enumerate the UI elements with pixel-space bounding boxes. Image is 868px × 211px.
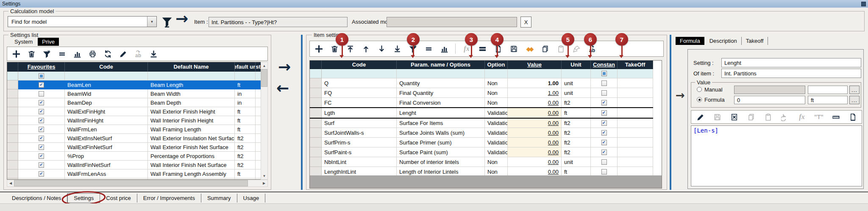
favourite-checkbox[interactable] bbox=[39, 100, 44, 106]
constant-checkbox-cell[interactable] bbox=[591, 118, 618, 128]
transfer-right-arrow-icon[interactable]: → bbox=[278, 59, 291, 75]
item-field[interactable]: Int. Partitions - - Type?|Ht? bbox=[209, 17, 348, 27]
filter-cell[interactable] bbox=[618, 69, 653, 78]
model-search-combo[interactable]: Find for model ▼ bbox=[8, 16, 157, 27]
filter-cell[interactable] bbox=[397, 69, 485, 78]
constant-checkbox[interactable] bbox=[601, 81, 607, 86]
settings-row-BeamLen[interactable]: BeamLenBeam Lengthft bbox=[7, 81, 261, 89]
settings-row-WallFrmLen[interactable]: WallFrmLenWall Framing Lengthft bbox=[7, 125, 261, 134]
item-setting-row-SurfPaint-s[interactable]: SurfPaint-sSurface Paint (sum)Validatio0… bbox=[310, 147, 653, 157]
formula-unit-field[interactable]: ft bbox=[808, 96, 848, 104]
setting-field[interactable]: Lenght bbox=[721, 58, 861, 67]
manual-value-field[interactable] bbox=[734, 86, 805, 94]
favourite-checkbox[interactable] bbox=[39, 153, 44, 159]
thick-equals-icon[interactable] bbox=[478, 44, 487, 53]
add-icon[interactable] bbox=[314, 44, 323, 53]
constant-checkbox[interactable] bbox=[601, 150, 607, 155]
constant-checkbox[interactable] bbox=[601, 159, 607, 165]
settings-row-WallExtFinHght[interactable]: WallExtFinHghtWall Exterior Finish Heigh… bbox=[7, 107, 261, 116]
clear-associated-model-button[interactable]: X bbox=[520, 17, 531, 28]
favourites-filter-checkbox-cell[interactable] bbox=[18, 72, 65, 81]
hscroll-thumb[interactable] bbox=[14, 180, 248, 186]
edit-icon[interactable] bbox=[696, 112, 705, 122]
link-diamonds-icon[interactable]: ◆◆ bbox=[525, 44, 534, 53]
formula-editor[interactable]: [Len-s] bbox=[691, 125, 862, 186]
item-setting-row-Lgth[interactable]: LgthLenghtValidatio0.00ft bbox=[310, 107, 653, 119]
export-down-icon[interactable] bbox=[149, 49, 158, 58]
column-header-Value[interactable]: Value bbox=[508, 61, 562, 69]
fx-icon[interactable]: fx bbox=[797, 112, 807, 122]
equals-icon[interactable] bbox=[57, 49, 67, 58]
column-header-Unit[interactable]: Unit bbox=[562, 61, 591, 69]
save-icon[interactable] bbox=[712, 112, 722, 122]
column-header-Code[interactable]: Code bbox=[322, 61, 397, 69]
print-icon[interactable] bbox=[88, 49, 97, 58]
favourite-checkbox[interactable] bbox=[39, 162, 44, 168]
favourite-checkbox[interactable] bbox=[39, 82, 44, 88]
associated-model-field[interactable] bbox=[387, 17, 517, 27]
scroll-left-icon[interactable]: ◀ bbox=[7, 180, 14, 186]
column-header-row-selector[interactable] bbox=[7, 62, 18, 72]
favourite-checkbox[interactable] bbox=[39, 136, 44, 141]
favourite-checkbox[interactable] bbox=[39, 109, 44, 114]
bottom-tab-error-improvements[interactable]: Error / Improvements bbox=[137, 194, 201, 203]
model-filter-icon[interactable] bbox=[161, 16, 173, 28]
transfer-left-arrow-icon[interactable]: ← bbox=[276, 81, 289, 96]
constant-checkbox-cell[interactable] bbox=[591, 88, 618, 98]
settings-row-BeamWid[interactable]: BeamWidBeam Widthin bbox=[7, 89, 261, 98]
column-header-row-selector[interactable] bbox=[310, 61, 322, 69]
move-bottom-icon[interactable] bbox=[392, 44, 402, 53]
bottom-tab-descriptions-notes[interactable]: Descriptions / Notes bbox=[6, 194, 67, 203]
settings-row-WallExtFinNetSurf[interactable]: WallExtFinNetSurfWall Exterior Finish Ne… bbox=[7, 143, 261, 152]
chart-icon[interactable] bbox=[72, 49, 82, 58]
item-setting-row-NbIntLint[interactable]: NbIntLintNumber of interior lintelsNon0.… bbox=[310, 157, 653, 167]
filter-cell[interactable] bbox=[310, 69, 322, 78]
rename-ab-icon[interactable]: ↷ab bbox=[134, 49, 143, 58]
favourite-checkbox-cell[interactable] bbox=[18, 107, 65, 116]
item-setting-row-FQ[interactable]: FQFinal QuantityNon1.00unit bbox=[310, 88, 653, 98]
column-header-TakeOff[interactable]: TakeOff bbox=[618, 61, 653, 69]
column-header-Param. name / Options[interactable]: Param. name / Options bbox=[397, 61, 485, 69]
manual-unit-field[interactable] bbox=[808, 86, 848, 94]
bottom-tab-usage[interactable]: Usage bbox=[237, 194, 266, 203]
scroll-down-icon[interactable]: ▼ bbox=[261, 172, 267, 179]
combo-dropdown-icon[interactable]: ▼ bbox=[147, 17, 156, 27]
bottom-tab-summary[interactable]: Summary bbox=[201, 194, 237, 203]
vscroll-thumb[interactable] bbox=[261, 69, 267, 87]
settings-list-tab-prive[interactable]: Prive bbox=[38, 38, 59, 46]
delete-x-icon[interactable] bbox=[729, 112, 739, 122]
ruler-icon[interactable] bbox=[831, 112, 840, 122]
favourite-checkbox[interactable] bbox=[39, 127, 44, 132]
edit-icon[interactable] bbox=[118, 49, 128, 58]
filter-cell[interactable] bbox=[485, 69, 508, 78]
constant-checkbox-cell[interactable] bbox=[591, 78, 618, 88]
item-setting-row-FC[interactable]: FCFinal ConversionNon0.00ft2 bbox=[310, 98, 653, 108]
settings-list-tab-system[interactable]: System bbox=[10, 38, 37, 46]
settings-row-WallIntFinHght[interactable]: WallIntFinHghtWall Interior Finish Heigh… bbox=[7, 116, 261, 125]
copy-icon[interactable] bbox=[746, 112, 756, 122]
item-setting-row-SurfPrim-s[interactable]: SurfPrim-sSurface Primer (sum)Validatio0… bbox=[310, 138, 653, 147]
filter-cell[interactable] bbox=[235, 72, 256, 81]
favourite-checkbox[interactable] bbox=[39, 144, 44, 150]
quote-icon[interactable]: "T" bbox=[814, 112, 823, 122]
favourite-checkbox-cell[interactable] bbox=[18, 161, 65, 169]
window-titlebar[interactable]: Settings bbox=[0, 0, 868, 8]
settings-row-WallIntFinNetSurf[interactable]: WallIntFinNetSurfWall Interior Finish Ne… bbox=[7, 161, 261, 169]
formula-radio[interactable] bbox=[697, 97, 702, 102]
column-header-Option[interactable]: Option bbox=[485, 61, 508, 69]
document-icon[interactable] bbox=[848, 112, 857, 122]
manual-radio[interactable] bbox=[697, 87, 702, 92]
column-header-Default Name[interactable]: Default Name bbox=[148, 62, 235, 72]
move-up-icon[interactable] bbox=[361, 44, 370, 53]
constant-checkbox-cell[interactable] bbox=[591, 128, 618, 138]
constant-checkbox-cell[interactable] bbox=[591, 147, 618, 157]
favourite-checkbox-cell[interactable] bbox=[18, 116, 65, 125]
constant-checkbox[interactable] bbox=[601, 169, 607, 175]
titlebar-control-icon[interactable] bbox=[861, 2, 866, 6]
move-down-icon[interactable] bbox=[377, 44, 386, 53]
favourite-checkbox-cell[interactable] bbox=[18, 89, 65, 98]
apply-model-arrow-icon[interactable]: → bbox=[175, 11, 188, 26]
settings-row-WallExtInsNetSurf[interactable]: WallExtInsNetSurfWall Exterior Insulatio… bbox=[7, 134, 261, 143]
constant-checkbox[interactable] bbox=[601, 120, 607, 126]
column-header-efault un[interactable]: efault un bbox=[235, 62, 256, 72]
